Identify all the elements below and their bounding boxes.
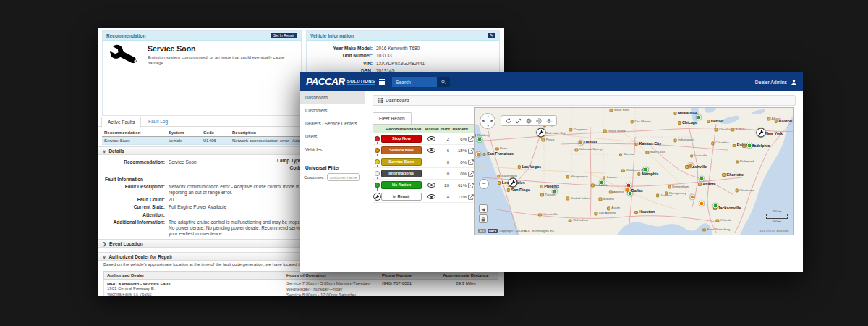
vehicle-map-marker[interactable] <box>713 204 718 209</box>
dealer-table-row: MHC Kenworth - Wichita Falls 1901 Centra… <box>103 280 498 296</box>
fleet-map[interactable]: San FranciscoLos AngelesSan DiegoLas Veg… <box>474 107 794 235</box>
sidebar-item-vehicles[interactable]: Vehicles <box>300 143 365 156</box>
sidebar-item-customers[interactable]: Customers <box>300 104 365 117</box>
chevron-down-icon: ∨ <box>103 149 106 154</box>
details-lamp-code-labels: Lamp Type: Code: <box>270 158 303 172</box>
recommendation-pin-icon <box>375 183 380 188</box>
percent-value: 6% <box>449 137 467 141</box>
gear-icon[interactable] <box>536 118 542 124</box>
recommendation-button[interactable]: No Action <box>381 181 422 189</box>
universal-filter-title: Universal Filter <box>300 156 365 173</box>
layers-icon[interactable] <box>546 118 552 124</box>
vehicle-map-marker[interactable] <box>579 141 584 146</box>
edit-vehicle-icon[interactable]: ✎ <box>488 33 495 38</box>
fault-information-title: Fault Information <box>105 177 143 182</box>
vehicle-map-marker[interactable] <box>475 152 480 157</box>
dealer-address-2: Wichita Falls TX 76302 <box>107 292 286 296</box>
customer-filter-label: Customer: <box>304 175 325 180</box>
user-menu-label: Dealer Admins <box>755 80 787 85</box>
pan-down-icon[interactable]: ▼ <box>487 124 490 128</box>
scale-km: 200 km <box>766 209 788 213</box>
tab-fault-log[interactable]: Fault Log <box>142 117 174 126</box>
maps-badge: MAPS <box>488 229 498 233</box>
vehicle-map-marker[interactable] <box>600 180 605 185</box>
recommendation-button[interactable]: Informational <box>381 170 422 177</box>
copyright-text: Copyright © 2018 ALK Technologies Inc. <box>499 229 555 233</box>
dealer-table-header: Authorized Dealer Hours of Operation Pho… <box>103 271 498 280</box>
paccar-dashboard-window: PACCAR SOLUTIONS Dealer Admins Dashboard… <box>300 72 803 272</box>
vehicle-map-marker[interactable] <box>689 163 694 168</box>
field-label: Current State: <box>102 204 169 210</box>
vehicle-map-marker[interactable] <box>552 188 557 193</box>
customer-filter-input[interactable] <box>327 173 360 181</box>
percent-value: 61% <box>449 183 467 188</box>
vehicle-map-marker[interactable] <box>628 191 633 196</box>
sidebar-items: DashboardCustomersDealers / Service Cent… <box>300 91 365 156</box>
set-in-repair-button[interactable]: Set In Repair <box>271 33 297 38</box>
search-input[interactable] <box>392 77 437 87</box>
vehicle-map-marker[interactable] <box>477 137 482 142</box>
dashboard-grid-icon <box>378 98 383 103</box>
visible-eye-icon[interactable] <box>427 183 435 188</box>
lock-icon[interactable] <box>479 214 488 223</box>
fleet-health-row: Service Soon 0 0% <box>373 156 475 168</box>
dealer-name: MHC Kenworth - Wichita Falls <box>107 281 171 286</box>
in-repair-map-marker[interactable] <box>757 128 766 137</box>
vehicle-map-marker[interactable] <box>696 114 701 120</box>
user-icon <box>791 79 797 85</box>
globe-icon[interactable] <box>526 118 532 124</box>
pan-up-icon[interactable]: ▲ <box>487 114 490 118</box>
sidebar-item-dealers-service-centers[interactable]: Dealers / Service Centers <box>300 117 365 130</box>
refresh-icon[interactable] <box>506 118 511 124</box>
recommendation-button[interactable]: Stop Now <box>381 135 422 143</box>
alk-badge: ALK <box>478 229 486 233</box>
solutions-logo: SOLUTIONS <box>347 79 375 85</box>
recommendation-button[interactable]: Service Now <box>381 146 422 154</box>
map-pan-control[interactable]: ▲ ▼ ◀ ▶ <box>480 113 495 129</box>
divider <box>109 78 295 78</box>
vehicle-map-marker[interactable] <box>699 176 705 181</box>
in-repair-map-marker[interactable] <box>536 128 545 137</box>
tab-fleet-health[interactable]: Fleet Health <box>373 112 412 125</box>
fleet-health-row: Service Now 6 18% <box>373 145 475 156</box>
wrench-circle-icon <box>373 193 381 201</box>
vehicle-map-marker[interactable] <box>643 167 648 172</box>
wrench-icon <box>109 40 140 71</box>
visible-eye-icon[interactable] <box>427 136 435 141</box>
field-label: Additional Information: <box>102 220 169 236</box>
count-value: 4 <box>438 195 449 199</box>
search-button[interactable] <box>437 77 450 87</box>
hamburger-menu-icon[interactable] <box>379 79 385 80</box>
sidebar-item-users[interactable]: Users <box>300 130 365 143</box>
map-attribution: ALK MAPS Copyright © 2018 ALK Technologi… <box>478 229 555 233</box>
recommendation-button[interactable]: Service Soon <box>381 158 422 166</box>
top-navigation-bar: PACCAR SOLUTIONS Dealer Admins <box>300 72 803 91</box>
percent-value: 0% <box>449 172 467 176</box>
vehicle-map-marker[interactable] <box>689 194 694 199</box>
in-repair-map-marker[interactable] <box>508 177 517 187</box>
vehicle-map-marker[interactable] <box>747 143 752 149</box>
count-value: 6 <box>438 149 449 153</box>
user-menu[interactable]: Dealer Admins <box>755 79 797 85</box>
map-scale: 200 km 100 mi <box>766 209 788 223</box>
recommendation-button[interactable]: In Repair <box>381 193 422 201</box>
visible-eye-icon[interactable] <box>427 148 435 153</box>
count-value: 0 <box>438 172 449 176</box>
vehicle-map-marker[interactable] <box>699 201 704 206</box>
zoom-out-button[interactable]: − <box>479 179 489 189</box>
tab-active-faults[interactable]: Active Faults <box>101 117 141 128</box>
desktop-background: Recommendation Set In Repair Service Soo… <box>0 0 868 326</box>
visible-eye-icon[interactable] <box>427 194 435 199</box>
fault-title: Service Soon <box>148 44 196 53</box>
field-value <box>169 212 313 218</box>
sidebar-navigation: DashboardCustomersDealers / Service Cent… <box>300 91 365 272</box>
sidebar-item-dashboard[interactable]: Dashboard <box>300 91 365 104</box>
paccar-logo: PACCAR <box>306 77 345 87</box>
pan-left-icon[interactable]: ◀ <box>482 119 484 122</box>
map-toolbar <box>501 115 557 126</box>
breadcrumb: Dashboard <box>373 95 796 106</box>
pan-right-icon[interactable]: ▶ <box>491 119 493 122</box>
field-value: Full Engine Power Available <box>169 204 313 210</box>
collapse-panel-icon[interactable]: ◀ <box>479 204 488 213</box>
expand-icon[interactable] <box>516 118 522 124</box>
